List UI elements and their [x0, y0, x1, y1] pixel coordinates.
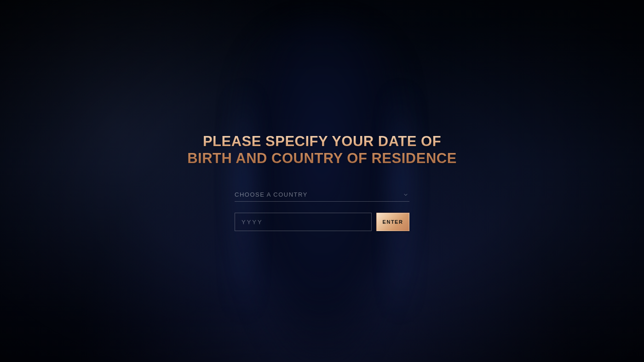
page-heading: PLEASE SPECIFY YOUR DATE OF BIRTH AND CO… [187, 133, 457, 167]
age-gate-screen: PLEASE SPECIFY YOUR DATE OF BIRTH AND CO… [0, 0, 644, 362]
year-input[interactable] [235, 213, 372, 231]
year-row: ENTER [235, 213, 409, 231]
content-container: PLEASE SPECIFY YOUR DATE OF BIRTH AND CO… [0, 0, 644, 362]
country-select-label: CHOOSE A COUNTRY [235, 191, 308, 198]
chevron-down-icon [403, 192, 408, 198]
age-gate-form: CHOOSE A COUNTRY ENTER [235, 188, 409, 231]
country-select[interactable]: CHOOSE A COUNTRY [235, 188, 409, 202]
heading-line-1: PLEASE SPECIFY YOUR DATE OF [203, 133, 441, 149]
enter-button[interactable]: ENTER [376, 213, 409, 231]
heading-line-2: BIRTH AND COUNTRY OF RESIDENCE [187, 150, 457, 166]
